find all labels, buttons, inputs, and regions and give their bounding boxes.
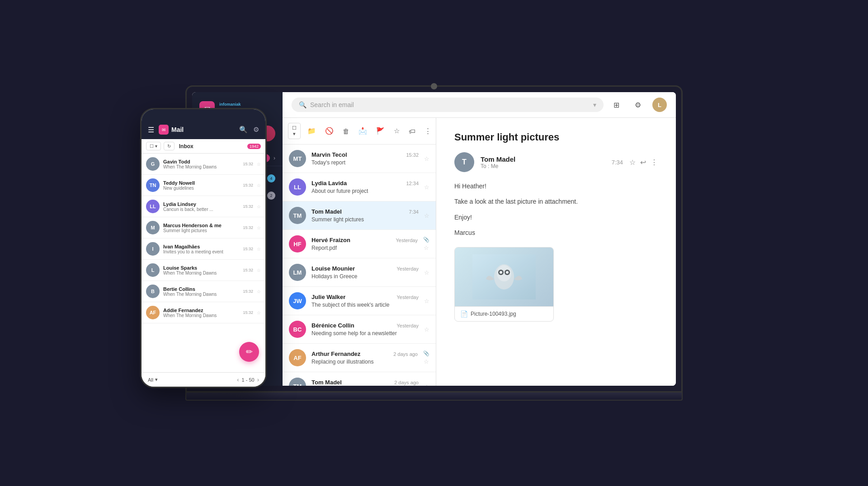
- mobile-star[interactable]: ☆: [257, 183, 261, 188]
- email-list-item[interactable]: LL Lydia Lavida 12:34 About our future p…: [283, 173, 436, 201]
- email-list-item[interactable]: JW Julie Walker Yesterday The subject of…: [283, 287, 436, 315]
- logo-brand: infomaniak: [219, 102, 241, 107]
- mobile-prev-page[interactable]: ‹: [237, 376, 239, 383]
- mobile-email-item[interactable]: G Gavin Todd When The Morning Dawns 15:3…: [142, 154, 265, 175]
- email-item-actions: ☆: [424, 383, 429, 386]
- pane-more-icon[interactable]: ⋮: [651, 158, 658, 167]
- expand-icon[interactable]: ›: [274, 155, 275, 161]
- flag-btn[interactable]: 🚩: [374, 126, 387, 136]
- mobile-all-select-label: All: [148, 377, 153, 383]
- mobile-email-content: Teddy Nowell New guidelines: [163, 180, 239, 191]
- mobile-email-item[interactable]: AF Addie Fernandez When The Morning Dawn…: [142, 302, 265, 323]
- email-list-item[interactable]: BC Bérénice Collin Yesterday Needing som…: [283, 315, 436, 344]
- delete-btn[interactable]: 🗑: [340, 126, 352, 136]
- mobile-email-item[interactable]: I Ivan Magalhães Invites you to a meetin…: [142, 238, 265, 260]
- email-list-item[interactable]: TM Tom Madel 2 days ago Meetings of the …: [283, 372, 436, 386]
- email-sender: Hervé Fraizon: [311, 237, 350, 243]
- email-items: MT Marvin Tecol 15:32 Today's report ☆ L…: [283, 145, 436, 386]
- mobile-email-item[interactable]: L Louise Sparks When The Morning Dawns 1…: [142, 260, 265, 281]
- mobile-sender: Louise Sparks: [163, 265, 239, 271]
- mobile-star[interactable]: ☆: [257, 162, 261, 167]
- mobile-next-page[interactable]: ›: [257, 376, 259, 383]
- more-btn[interactable]: ⋮: [422, 126, 434, 136]
- attachment-image: [455, 248, 553, 306]
- mobile-search-icon[interactable]: 🔍: [239, 126, 248, 134]
- email-greeting: Hi Heather!: [454, 181, 658, 191]
- mobile-star[interactable]: ☆: [257, 247, 261, 252]
- email-area: ☐ ▾ 📁 🚫 🗑 📩 🚩 ☆ 🏷 ⋮: [283, 118, 676, 386]
- user-avatar[interactable]: L: [652, 98, 667, 112]
- email-signature: Marcus: [454, 228, 658, 238]
- top-bar: 🔍 Search in email ▾ ⊞ ⚙ L: [283, 92, 676, 118]
- mobile-all-chevron[interactable]: ▾: [155, 377, 158, 383]
- mobile-star[interactable]: ☆: [257, 289, 261, 294]
- email-subject: Needing some help for a newsletter: [311, 330, 419, 336]
- sender-info: Tom Madel To : Me: [481, 155, 605, 169]
- email-list-item[interactable]: HF Hervé Fraizon Yesterday Report.pdf 📎 …: [283, 230, 436, 258]
- email-pane-header: T Tom Madel To : Me 7:34 ☆ ↩ ⋮: [454, 152, 658, 172]
- settings-icon[interactable]: ⚙: [631, 98, 645, 112]
- sender-avatar: T: [454, 152, 474, 172]
- mobile-email-item[interactable]: TN Teddy Nowell New guidelines 15:32 ☆: [142, 175, 265, 196]
- star-toggle[interactable]: ☆: [424, 326, 429, 333]
- star-toggle[interactable]: ☆: [424, 358, 429, 365]
- attachment-indicator: 📎: [423, 350, 429, 356]
- mobile-settings-icon[interactable]: ⚙: [253, 126, 259, 134]
- mobile-subject: When The Morning Dawns: [163, 292, 239, 297]
- pane-star-icon[interactable]: ☆: [629, 158, 636, 167]
- label-btn[interactable]: 🏷: [406, 126, 418, 136]
- mobile-logo: ✉ Mail: [159, 125, 184, 135]
- star-btn[interactable]: ☆: [392, 126, 402, 136]
- svg-point-5: [500, 271, 502, 274]
- mobile-compose-fab[interactable]: ✏: [239, 342, 259, 362]
- email-item-content: Julie Walker Yesterday The subject of th…: [311, 294, 419, 308]
- email-item-content: Lydia Lavida 12:34 About our future proj…: [311, 180, 419, 194]
- mobile-footer: All ▾ ‹ 1 - 50 ›: [142, 372, 265, 387]
- mobile-time: 15:32: [243, 268, 253, 272]
- select-all-btn[interactable]: ☐ ▾: [288, 123, 301, 139]
- search-dropdown-icon[interactable]: ▾: [593, 101, 596, 108]
- email-item-actions: ☆: [424, 212, 429, 219]
- mobile-email-item[interactable]: LL Lydia Lindsey Cancun is back, better …: [142, 196, 265, 217]
- block-btn[interactable]: 🚫: [323, 126, 336, 136]
- attachment-preview: 📄 Picture-100493.jpg: [454, 247, 554, 322]
- mobile-email-item[interactable]: B Bertie Collins When The Morning Dawns …: [142, 281, 265, 302]
- star-toggle[interactable]: ☆: [424, 244, 429, 251]
- email-list-item[interactable]: AF Arthur Fernandez 2 days ago Replacing…: [283, 344, 436, 372]
- mobile-star[interactable]: ☆: [257, 204, 261, 209]
- email-list-item[interactable]: TM Tom Madel 7:34 Summer light pictures …: [283, 201, 436, 230]
- email-subject-title: Summer light pictures: [454, 131, 658, 143]
- pane-reply-icon[interactable]: ↩: [640, 158, 646, 167]
- archive-btn[interactable]: 📁: [305, 126, 318, 136]
- email-avatar: LL: [289, 178, 306, 196]
- mobile-sender: Gavin Todd: [163, 159, 239, 164]
- email-item-actions: 📎 ☆: [423, 350, 429, 365]
- mobile-refresh-btn[interactable]: ↻: [164, 142, 175, 150]
- attachment-file-row[interactable]: 📄 Picture-100493.jpg: [455, 306, 553, 321]
- mobile-avatar: B: [146, 285, 160, 298]
- mobile-email-item[interactable]: M Marcus Henderson & me Summer light pic…: [142, 217, 265, 238]
- email-subject: Summer light pictures: [311, 216, 419, 223]
- mobile-email-content: Lydia Lindsey Cancun is back, better ...: [163, 201, 239, 212]
- star-toggle[interactable]: ☆: [424, 212, 429, 219]
- mobile-star[interactable]: ☆: [257, 268, 261, 273]
- email-item-actions: 📎 ☆: [423, 237, 429, 251]
- email-list-item[interactable]: LM Louise Mounier Yesterday Holidays in …: [283, 258, 436, 287]
- email-avatar: LM: [289, 264, 306, 281]
- email-time: Yesterday: [396, 238, 418, 243]
- search-box[interactable]: 🔍 Search in email ▾: [292, 98, 604, 112]
- mobile-sender: Marcus Henderson & me: [163, 223, 239, 228]
- email-list-item[interactable]: MT Marvin Tecol 15:32 Today's report ☆: [283, 145, 436, 173]
- mobile-star[interactable]: ☆: [257, 225, 261, 230]
- grid-icon[interactable]: ⊞: [609, 98, 623, 112]
- star-toggle[interactable]: ☆: [424, 383, 429, 386]
- star-toggle[interactable]: ☆: [424, 184, 429, 191]
- star-toggle[interactable]: ☆: [424, 155, 429, 162]
- mobile-select-btn[interactable]: ☐ ▾: [146, 142, 161, 150]
- mobile-time: 15:32: [243, 204, 253, 209]
- move-btn[interactable]: 📩: [356, 126, 369, 136]
- hamburger-icon[interactable]: ☰: [148, 126, 154, 134]
- star-toggle[interactable]: ☆: [424, 269, 429, 276]
- mobile-star[interactable]: ☆: [257, 310, 261, 315]
- star-toggle[interactable]: ☆: [424, 298, 429, 304]
